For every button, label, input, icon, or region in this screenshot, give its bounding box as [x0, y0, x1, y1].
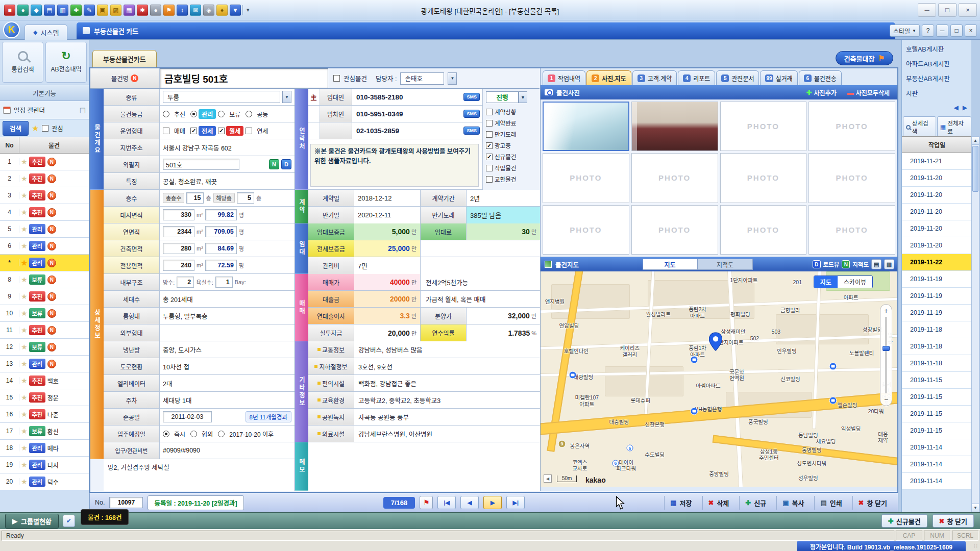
- list-item[interactable]: * ★ 관리 N: [0, 255, 89, 271]
- work-date-cell[interactable]: 2019-11-20: [902, 204, 972, 220]
- list-item[interactable]: 10 ★ 보류 N: [0, 305, 89, 322]
- roomtype-value[interactable]: 투룸형, 일부복층: [160, 308, 295, 324]
- grade-option[interactable]: 추진: [163, 109, 188, 119]
- loan-interest[interactable]: 3.3만: [354, 308, 421, 324]
- last-record-button[interactable]: ▶|: [506, 496, 525, 509]
- delete-button[interactable]: ✖삭제: [702, 496, 735, 510]
- map-view-button[interactable]: 지도: [814, 276, 838, 288]
- basic-functions-bar[interactable]: 기본기능: [0, 85, 89, 101]
- photo-placeholder[interactable]: PHOTO: [543, 205, 629, 255]
- calendar-bar[interactable]: 일정 캘린더 ▤: [0, 101, 89, 119]
- baths-input[interactable]: 1: [215, 277, 233, 288]
- compass-icon[interactable]: ◆: [31, 5, 42, 16]
- globe-icon[interactable]: ●: [17, 5, 29, 16]
- save-button[interactable]: ▦저장: [664, 496, 697, 510]
- list-item[interactable]: 1 ★ 추진 N: [0, 154, 89, 170]
- list-item[interactable]: 14 ★ 추진 백호: [0, 372, 89, 389]
- mdi-close-button[interactable]: ×: [965, 24, 977, 37]
- gross-m2-input[interactable]: 2344: [163, 226, 194, 237]
- work-date-cell[interactable]: 2019-11-15: [902, 389, 972, 406]
- photo-placeholder[interactable]: PHOTO: [808, 153, 895, 203]
- expiry-date[interactable]: 2020-12-11: [354, 207, 421, 223]
- memo-area[interactable]: [308, 442, 540, 491]
- completion-date-input[interactable]: 2011-02-03: [163, 411, 212, 422]
- folder-open-icon[interactable]: ▨: [110, 5, 121, 16]
- zoom-in-button[interactable]: +: [884, 307, 888, 314]
- save-map-icon[interactable]: ▥: [884, 259, 894, 269]
- print-button[interactable]: ▤인쇄: [814, 496, 847, 510]
- interest-checkbox[interactable]: [42, 125, 48, 132]
- work-date-cell[interactable]: 2019-11-22: [902, 254, 972, 271]
- cadastral-tab[interactable]: 지적도: [698, 259, 753, 270]
- address-value[interactable]: 서울시 강남구 자곡동 602: [160, 139, 295, 156]
- flag-icon[interactable]: ⚑: [163, 5, 175, 16]
- work-date-cell[interactable]: 2019-11-14: [902, 439, 972, 456]
- skyview-button[interactable]: 스카이뷰: [838, 276, 872, 288]
- work-date-cell[interactable]: 2019-11-19: [902, 305, 972, 321]
- close-button[interactable]: ×: [959, 3, 977, 17]
- field-value[interactable]: 강남세브란스병원, 아산병원: [354, 425, 540, 442]
- progress-select[interactable]: 진행: [486, 91, 519, 103]
- ab-history-button[interactable]: ↻ AB전송내역: [45, 42, 87, 83]
- alarm-icon[interactable]: ♦: [216, 5, 228, 16]
- work-date-cell[interactable]: 2019-11-19: [902, 288, 972, 305]
- photo-placeholder[interactable]: PHOTO: [808, 205, 895, 255]
- board-link[interactable]: 부동산AB게시판: [906, 73, 950, 83]
- manager-dropdown-icon[interactable]: ▼: [448, 72, 457, 85]
- field-value[interactable]: 3호선, 9호선: [354, 358, 540, 374]
- photo-delete-all-button[interactable]: ▬사진모두삭제: [844, 87, 893, 98]
- land-m2-input[interactable]: 330: [163, 209, 194, 220]
- zoom-slider[interactable]: [883, 346, 890, 351]
- lease-deposit[interactable]: 5,000만: [354, 223, 421, 240]
- op-option[interactable]: 매매: [163, 126, 188, 136]
- status-checkbox[interactable]: 교환물건: [486, 173, 538, 185]
- photo-placeholder[interactable]: PHOTO: [720, 102, 807, 151]
- map-zoom-control[interactable]: + −: [880, 304, 892, 406]
- daum-map-button[interactable]: D: [281, 159, 291, 169]
- section-tab-lease[interactable]: 임대: [295, 223, 308, 274]
- manager-select[interactable]: 손태호: [400, 72, 444, 85]
- daum-roadview-icon[interactable]: D: [813, 260, 821, 268]
- mail-icon[interactable]: ✉: [190, 5, 201, 16]
- work-date-cell[interactable]: 2019-11-18: [902, 338, 972, 355]
- all-data-button[interactable]: ▦ 전체자료: [937, 116, 971, 138]
- sort-icon[interactable]: ↕: [177, 5, 188, 16]
- list-item[interactable]: 16 ★ 추진 나준: [0, 406, 89, 423]
- toolbar-overflow-icon[interactable]: ▾: [244, 7, 252, 13]
- feature-value[interactable]: 공실, 청소완료, 깨끗: [160, 173, 295, 189]
- excl-py-value[interactable]: 72.59: [205, 260, 237, 271]
- panel-tab[interactable]: 2 사진.지도: [586, 70, 631, 85]
- exterior-value[interactable]: [160, 324, 295, 341]
- mdi-restore-button[interactable]: □: [950, 24, 963, 37]
- scroll-up-icon[interactable]: ▲: [972, 137, 979, 145]
- close-list-button[interactable]: ✖창 닫기: [933, 514, 974, 528]
- star-icon[interactable]: ★: [21, 393, 28, 402]
- style-dropdown[interactable]: 스타일▼: [890, 24, 920, 37]
- gross-py-value[interactable]: 709.05: [205, 226, 237, 237]
- close-window-button[interactable]: ✖창 닫기: [852, 496, 893, 510]
- first-record-button[interactable]: |◀: [437, 496, 456, 509]
- monthly-rent[interactable]: 30만: [467, 223, 540, 240]
- list-item[interactable]: 6 ★ 관리 N: [0, 238, 89, 255]
- star-icon[interactable]: ★: [21, 360, 28, 368]
- work-date-cell[interactable]: 2019-11-15: [902, 372, 972, 389]
- star-icon[interactable]: ★: [21, 461, 28, 469]
- section-tab-contract[interactable]: 계약: [295, 190, 308, 223]
- movein-option[interactable]: 협의: [190, 429, 216, 439]
- real-investment[interactable]: 20,000만: [354, 324, 421, 341]
- maximize-button[interactable]: □: [938, 3, 957, 17]
- app-logo[interactable]: K: [3, 21, 20, 38]
- list-item[interactable]: 2 ★ 추진 N: [0, 170, 89, 187]
- extra-phone[interactable]: 02-1035-2859: [352, 122, 463, 139]
- lessor-phone[interactable]: 010-3585-2180: [352, 89, 463, 105]
- download-icon[interactable]: ▼: [230, 5, 241, 16]
- work-date-cell[interactable]: 2019-11-19: [902, 271, 972, 288]
- list-item[interactable]: 19 ★ 관리 디지: [0, 457, 89, 473]
- section-tab-memo[interactable]: 메모: [295, 442, 308, 491]
- lock-icon[interactable]: ◈: [203, 5, 214, 16]
- list-item[interactable]: 9 ★ 추진 N: [0, 288, 89, 305]
- page-prev-icon[interactable]: ◀: [954, 104, 959, 111]
- total-floors-input[interactable]: 15: [186, 192, 204, 204]
- section-tab-etc[interactable]: 기타정보: [295, 341, 308, 442]
- photo-placeholder[interactable]: PHOTO: [808, 102, 895, 151]
